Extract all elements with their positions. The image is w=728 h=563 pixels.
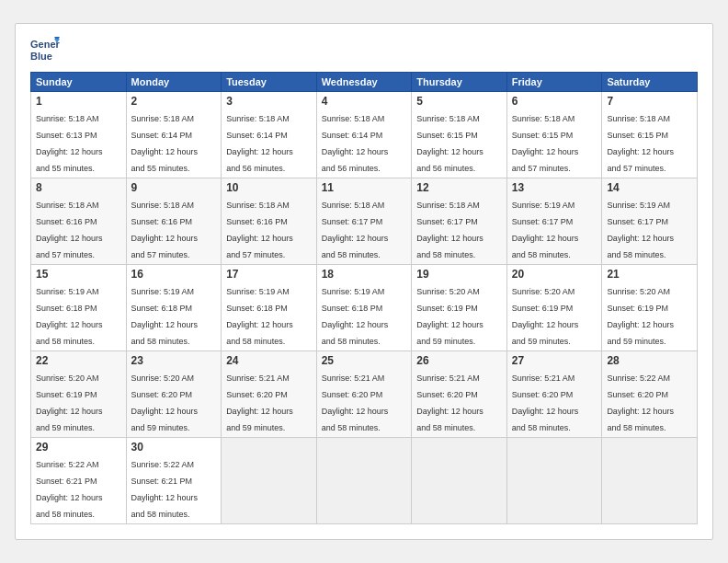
day-info: Sunrise: 5:20 AMSunset: 6:19 PMDaylight:… — [36, 373, 103, 432]
day-info: Sunrise: 5:19 AMSunset: 6:18 PMDaylight:… — [36, 287, 103, 346]
calendar-day-cell: 15 Sunrise: 5:19 AMSunset: 6:18 PMDaylig… — [31, 265, 127, 351]
header-row: General Blue — [30, 35, 698, 64]
calendar-day-cell: 21 Sunrise: 5:20 AMSunset: 6:19 PMDaylig… — [602, 265, 698, 351]
svg-text:Blue: Blue — [30, 51, 52, 62]
day-info: Sunrise: 5:20 AMSunset: 6:19 PMDaylight:… — [607, 287, 674, 346]
day-number: 30 — [131, 441, 217, 454]
day-info: Sunrise: 5:18 AMSunset: 6:14 PMDaylight:… — [322, 114, 389, 173]
day-info: Sunrise: 5:22 AMSunset: 6:21 PMDaylight:… — [36, 460, 103, 519]
calendar-week-row: 29 Sunrise: 5:22 AMSunset: 6:21 PMDaylig… — [31, 438, 698, 524]
day-info: Sunrise: 5:21 AMSunset: 6:20 PMDaylight:… — [512, 373, 579, 432]
day-number: 17 — [226, 268, 312, 281]
calendar-day-cell: 26 Sunrise: 5:21 AMSunset: 6:20 PMDaylig… — [412, 351, 507, 438]
calendar-day-cell: 10 Sunrise: 5:18 AMSunset: 6:16 PMDaylig… — [222, 178, 317, 265]
day-number: 6 — [512, 95, 597, 108]
day-info: Sunrise: 5:19 AMSunset: 6:18 PMDaylight:… — [131, 287, 199, 346]
day-number: 28 — [607, 354, 692, 367]
calendar-day-cell — [316, 438, 412, 524]
calendar-day-cell: 3 Sunrise: 5:18 AMSunset: 6:14 PMDayligh… — [222, 92, 317, 178]
day-info: Sunrise: 5:19 AMSunset: 6:18 PMDaylight:… — [322, 287, 389, 346]
calendar-day-cell: 1 Sunrise: 5:18 AMSunset: 6:13 PMDayligh… — [31, 92, 127, 178]
day-info: Sunrise: 5:18 AMSunset: 6:13 PMDaylight:… — [36, 114, 103, 173]
day-info: Sunrise: 5:20 AMSunset: 6:19 PMDaylight:… — [416, 287, 483, 346]
day-number: 1 — [36, 95, 121, 108]
calendar-day-cell: 7 Sunrise: 5:18 AMSunset: 6:15 PMDayligh… — [602, 92, 698, 178]
day-info: Sunrise: 5:18 AMSunset: 6:17 PMDaylight:… — [416, 201, 483, 259]
day-info: Sunrise: 5:21 AMSunset: 6:20 PMDaylight:… — [416, 373, 483, 432]
day-of-week-header: Wednesday — [316, 73, 412, 92]
calendar-day-cell: 25 Sunrise: 5:21 AMSunset: 6:20 PMDaylig… — [316, 351, 412, 438]
calendar-day-cell: 2 Sunrise: 5:18 AMSunset: 6:14 PMDayligh… — [126, 92, 222, 178]
day-number: 23 — [131, 354, 217, 367]
calendar-day-cell: 14 Sunrise: 5:19 AMSunset: 6:17 PMDaylig… — [602, 178, 698, 265]
day-number: 12 — [416, 181, 502, 194]
day-of-week-header: Monday — [126, 73, 222, 92]
day-info: Sunrise: 5:19 AMSunset: 6:17 PMDaylight:… — [512, 201, 579, 259]
calendar-day-cell: 28 Sunrise: 5:22 AMSunset: 6:20 PMDaylig… — [602, 351, 698, 438]
day-number: 27 — [512, 354, 597, 367]
calendar-day-cell: 4 Sunrise: 5:18 AMSunset: 6:14 PMDayligh… — [316, 92, 412, 178]
day-of-week-header: Saturday — [602, 73, 698, 92]
day-number: 9 — [131, 181, 217, 194]
calendar-day-cell — [222, 438, 317, 524]
calendar-day-cell: 30 Sunrise: 5:22 AMSunset: 6:21 PMDaylig… — [126, 438, 222, 524]
calendar-day-cell: 22 Sunrise: 5:20 AMSunset: 6:19 PMDaylig… — [31, 351, 127, 438]
calendar-week-row: 15 Sunrise: 5:19 AMSunset: 6:18 PMDaylig… — [31, 265, 698, 351]
calendar-day-cell: 12 Sunrise: 5:18 AMSunset: 6:17 PMDaylig… — [412, 178, 507, 265]
calendar-day-cell: 29 Sunrise: 5:22 AMSunset: 6:21 PMDaylig… — [31, 438, 127, 524]
calendar-day-cell: 17 Sunrise: 5:19 AMSunset: 6:18 PMDaylig… — [222, 265, 317, 351]
day-info: Sunrise: 5:22 AMSunset: 6:20 PMDaylight:… — [607, 373, 674, 432]
day-number: 4 — [322, 95, 407, 108]
day-number: 11 — [322, 181, 407, 194]
day-info: Sunrise: 5:18 AMSunset: 6:14 PMDaylight:… — [131, 114, 199, 173]
calendar-day-cell: 8 Sunrise: 5:18 AMSunset: 6:16 PMDayligh… — [31, 178, 127, 265]
day-number: 10 — [226, 181, 312, 194]
day-number: 3 — [226, 95, 312, 108]
day-info: Sunrise: 5:21 AMSunset: 6:20 PMDaylight:… — [226, 373, 293, 432]
day-number: 14 — [607, 181, 692, 194]
calendar-week-row: 8 Sunrise: 5:18 AMSunset: 6:16 PMDayligh… — [31, 178, 698, 265]
day-info: Sunrise: 5:19 AMSunset: 6:18 PMDaylight:… — [226, 287, 293, 346]
day-info: Sunrise: 5:18 AMSunset: 6:16 PMDaylight:… — [36, 201, 103, 259]
day-number: 24 — [226, 354, 312, 367]
calendar-day-cell: 9 Sunrise: 5:18 AMSunset: 6:16 PMDayligh… — [126, 178, 222, 265]
calendar-day-cell: 23 Sunrise: 5:20 AMSunset: 6:20 PMDaylig… — [126, 351, 222, 438]
day-info: Sunrise: 5:20 AMSunset: 6:19 PMDaylight:… — [512, 287, 579, 346]
calendar-day-cell: 19 Sunrise: 5:20 AMSunset: 6:19 PMDaylig… — [412, 265, 507, 351]
day-of-week-header: Friday — [506, 73, 602, 92]
calendar-day-cell: 18 Sunrise: 5:19 AMSunset: 6:18 PMDaylig… — [316, 265, 412, 351]
calendar-day-cell: 13 Sunrise: 5:19 AMSunset: 6:17 PMDaylig… — [506, 178, 602, 265]
day-number: 8 — [36, 181, 121, 194]
day-info: Sunrise: 5:20 AMSunset: 6:20 PMDaylight:… — [131, 373, 199, 432]
day-of-week-header: Thursday — [412, 73, 507, 92]
day-number: 22 — [36, 354, 121, 367]
day-info: Sunrise: 5:18 AMSunset: 6:15 PMDaylight:… — [416, 114, 483, 173]
calendar-day-cell: 6 Sunrise: 5:18 AMSunset: 6:15 PMDayligh… — [506, 92, 602, 178]
calendar-day-cell — [412, 438, 507, 524]
day-number: 19 — [416, 268, 502, 281]
day-number: 29 — [36, 441, 121, 454]
logo: General Blue — [30, 35, 60, 64]
day-number: 5 — [416, 95, 502, 108]
day-number: 21 — [607, 268, 692, 281]
days-of-week-row: SundayMondayTuesdayWednesdayThursdayFrid… — [31, 73, 698, 92]
calendar-day-cell: 20 Sunrise: 5:20 AMSunset: 6:19 PMDaylig… — [506, 265, 602, 351]
calendar-day-cell — [602, 438, 698, 524]
day-info: Sunrise: 5:18 AMSunset: 6:16 PMDaylight:… — [131, 201, 199, 259]
day-number: 20 — [512, 268, 597, 281]
calendar-day-cell — [506, 438, 602, 524]
day-info: Sunrise: 5:19 AMSunset: 6:17 PMDaylight:… — [607, 201, 674, 259]
day-info: Sunrise: 5:18 AMSunset: 6:17 PMDaylight:… — [322, 201, 389, 259]
day-info: Sunrise: 5:18 AMSunset: 6:16 PMDaylight:… — [226, 201, 293, 259]
calendar-container: General Blue SundayMondayTuesdayWednesda… — [15, 23, 713, 540]
day-number: 2 — [131, 95, 217, 108]
calendar-table: SundayMondayTuesdayWednesdayThursdayFrid… — [30, 72, 698, 524]
calendar-day-cell: 24 Sunrise: 5:21 AMSunset: 6:20 PMDaylig… — [222, 351, 317, 438]
day-number: 7 — [607, 95, 692, 108]
day-info: Sunrise: 5:21 AMSunset: 6:20 PMDaylight:… — [322, 373, 389, 432]
day-number: 16 — [131, 268, 217, 281]
calendar-week-row: 1 Sunrise: 5:18 AMSunset: 6:13 PMDayligh… — [31, 92, 698, 178]
logo-area: General Blue — [30, 35, 60, 64]
day-info: Sunrise: 5:18 AMSunset: 6:14 PMDaylight:… — [226, 114, 293, 173]
day-info: Sunrise: 5:18 AMSunset: 6:15 PMDaylight:… — [512, 114, 579, 173]
